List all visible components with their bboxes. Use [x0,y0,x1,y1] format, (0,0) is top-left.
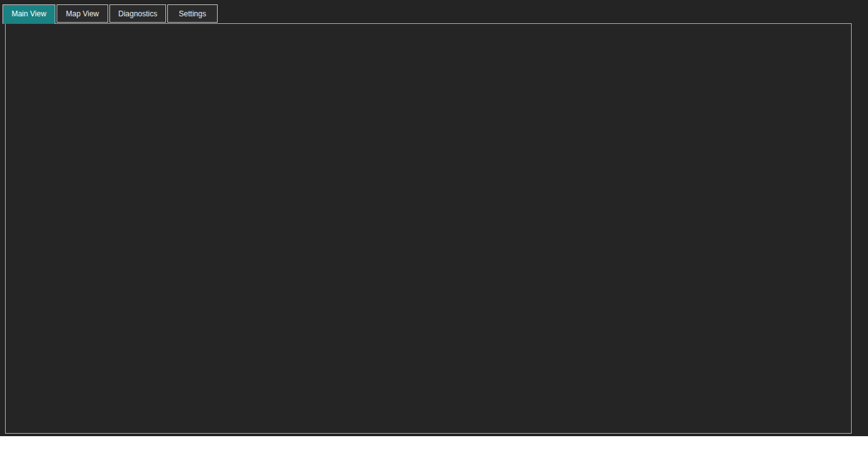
tab-main-view[interactable]: Main View [3,4,55,24]
tab-diagnostics[interactable]: Diagnostics [109,4,166,23]
tab-map-view[interactable]: Map View [57,4,108,23]
tab-settings[interactable]: Settings [167,4,218,23]
app-window: Main ViewMap ViewDiagnosticsSettings STM… [0,0,868,436]
main-view-panel [5,23,852,434]
radar-app-page: Main ViewMap ViewDiagnosticsSettings STM… [0,0,868,450]
